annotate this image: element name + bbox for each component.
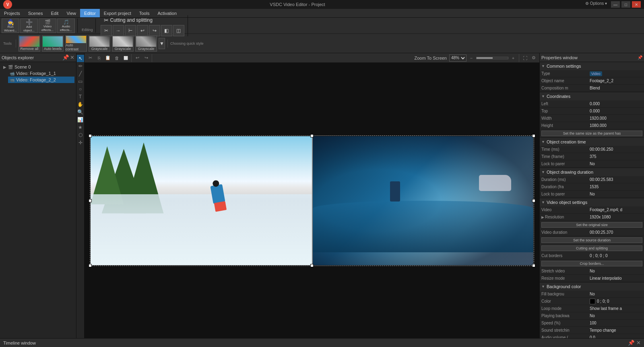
fullscreen-btn[interactable]: ⛶ [521, 54, 529, 62]
object-creation-label: Object creation time [547, 139, 586, 144]
stretch-row: Stretch video No [540, 268, 644, 275]
grayscale-btn-1[interactable]: Grayscale [89, 35, 110, 52]
zoom-in-btn[interactable]: + [509, 54, 517, 62]
pointer-tool[interactable]: ↖ [77, 55, 84, 62]
minimize-button[interactable]: — [611, 1, 620, 8]
coordinates-label: Coordinates [547, 94, 570, 99]
quickstyle-label: Choosing quick style [170, 42, 204, 46]
editing-label: Editing [79, 19, 96, 33]
left-label: Left [541, 102, 590, 106]
scene-0-item[interactable]: ▶ 🎬 Scene 0 [2, 64, 74, 70]
options-button[interactable]: ⚙ Options ▾ [583, 1, 609, 8]
timeline-pin-btn[interactable]: 📌 [628, 340, 635, 346]
fill-bg-label: Fill backgrou [541, 292, 590, 296]
grayscale-btn-2[interactable]: Grayscale [112, 35, 134, 52]
props-pin-btn[interactable]: 📌 [638, 55, 642, 60]
move-tool[interactable]: ✛ [77, 139, 84, 146]
cutting-splitting-button[interactable]: Cutting and splitting [541, 245, 642, 251]
text-tool[interactable]: T [77, 93, 84, 100]
maximize-button[interactable]: □ [621, 1, 630, 8]
top-row: Top 0.000 [540, 108, 644, 115]
cut-canvas-btn[interactable]: ✂ [86, 54, 94, 62]
run-wizard-button[interactable]: 🧙 Run Wizard... [2, 19, 19, 33]
copy-btn[interactable]: ⎘ [95, 54, 103, 62]
composition-row: Composition m Blend [540, 85, 644, 92]
video-dur-row: Video duration 00:00:25.370 [540, 229, 644, 236]
common-settings-section: ▼ Common settings Type Video Object name… [540, 62, 644, 92]
objects-pin-btn[interactable]: 📌 [62, 54, 69, 60]
menu-scenes[interactable]: Scenes [24, 9, 47, 17]
timeline: Timeline window 📌 ✕ + − ⊕ ≡ 🔊 720p ▶ ⏮ ◀… [0, 338, 644, 347]
common-settings-header[interactable]: ▼ Common settings [540, 62, 644, 70]
loop-value: Show last frame a [590, 306, 642, 311]
object-creation-section: ▼ Object creation time Time (ms) 00:00:0… [540, 138, 644, 168]
menu-projects[interactable]: Projects [0, 9, 24, 17]
effects-tool[interactable]: ★ [77, 124, 84, 131]
menu-view[interactable]: View [62, 9, 80, 17]
set-original-button[interactable]: Set the original size [541, 222, 642, 228]
auto-contrast-btn[interactable]: Auto contrast [65, 35, 87, 52]
undo-canvas-btn[interactable]: ↩ [133, 54, 141, 62]
lock-par-label: Lock to parer [541, 162, 590, 166]
grayscale-btn-3[interactable]: Grayscale [135, 35, 157, 52]
rect-tool[interactable]: ▭ [77, 78, 84, 85]
canvas-background [85, 63, 539, 338]
zoom-select[interactable]: 48% [449, 54, 466, 62]
width-label: Width [541, 116, 590, 121]
draw-tool[interactable]: ✏ [77, 62, 84, 70]
playing-bw-label: Playing backwa [541, 314, 590, 318]
timeline-close-btn[interactable]: ✕ [636, 340, 641, 346]
set-source-button[interactable]: Set the source duration [541, 237, 642, 243]
audio-effects-button[interactable]: 🎵 Audio effects... [57, 19, 75, 33]
same-size-button[interactable]: Set the same size as the parent has [541, 131, 642, 136]
remove-all-btn[interactable]: Remove all [19, 35, 40, 52]
background-color-header[interactable]: ▼ Background color [540, 283, 644, 291]
auto-levels-btn[interactable]: Auto levels [42, 35, 64, 52]
canvas-viewport [85, 63, 539, 338]
cut-borders-row: Cut borders 0 ; 0; 0 ; 0 [540, 252, 644, 260]
sound-stretch-row: Sound stretchin Tempo change [540, 327, 644, 334]
common-settings-label: Common settings [547, 64, 581, 69]
video-object-header[interactable]: ▼ Video object settings [540, 198, 644, 206]
footage-2-item[interactable]: 📹 Video: Footage_2_2 [8, 77, 74, 83]
stretch-label: Stretch video [541, 269, 590, 273]
crop-button[interactable]: Crop borders... [541, 261, 642, 266]
lock-par2-row: Lock to parer No [540, 191, 644, 198]
object-creation-header[interactable]: ▼ Object creation time [540, 138, 644, 146]
redo-canvas-btn[interactable]: ↪ [142, 54, 150, 62]
zoom-slider[interactable] [476, 57, 508, 59]
object-drawing-header[interactable]: ▼ Object drawing duration [540, 168, 644, 176]
zoom-out-btn[interactable]: − [467, 54, 475, 62]
footage-1-item[interactable]: 📹 Video: Footage_1_1 [8, 70, 74, 77]
ellipse-tool[interactable]: ○ [77, 85, 84, 93]
add-object-button[interactable]: ➕ Add object... [20, 19, 38, 33]
video-dur-label: Video duration [541, 230, 590, 235]
line-tool[interactable]: ╱ [77, 70, 84, 77]
sound-stretch-value: Tempo change [590, 328, 642, 332]
properties-header: Properties window 📌 [540, 53, 644, 62]
fill-bg-value: No [590, 292, 642, 296]
video-effects-button[interactable]: 🎬 Video effects... [39, 19, 56, 33]
cut-borders-value: 0 ; 0; 0 ; 0 [590, 253, 642, 258]
height-value: 1080.000 [590, 123, 642, 128]
object-drawing-label: Object drawing duration [547, 170, 593, 175]
coordinates-header[interactable]: ▼ Coordinates [540, 92, 644, 100]
speed-label: Speed (%) [541, 321, 590, 325]
tools-section-label: Tools [2, 42, 13, 46]
menu-edit[interactable]: Edit [47, 9, 62, 17]
select-all-btn[interactable]: ⬜ [122, 54, 130, 62]
delete-btn[interactable]: 🗑 [113, 54, 121, 62]
objects-close-btn[interactable]: ✕ [70, 54, 74, 60]
settings-btn[interactable]: ⚙ [530, 54, 538, 62]
color-swatch[interactable] [590, 299, 595, 304]
mask-tool[interactable]: ⬡ [77, 131, 84, 139]
zoom-tool[interactable]: 🔍 [77, 108, 84, 116]
paste-btn[interactable]: 📋 [104, 54, 112, 62]
quickstyle-more-btn[interactable]: ▼ [159, 38, 165, 49]
cut-borders-label: Cut borders [541, 253, 590, 258]
close-button[interactable]: ✕ [632, 1, 641, 8]
menu-editor[interactable]: Editor [80, 9, 100, 17]
chart-tool[interactable]: 📊 [77, 116, 84, 123]
dur-ms-value: 00:00:25.583 [590, 177, 642, 182]
hand-tool[interactable]: ✋ [77, 101, 84, 108]
